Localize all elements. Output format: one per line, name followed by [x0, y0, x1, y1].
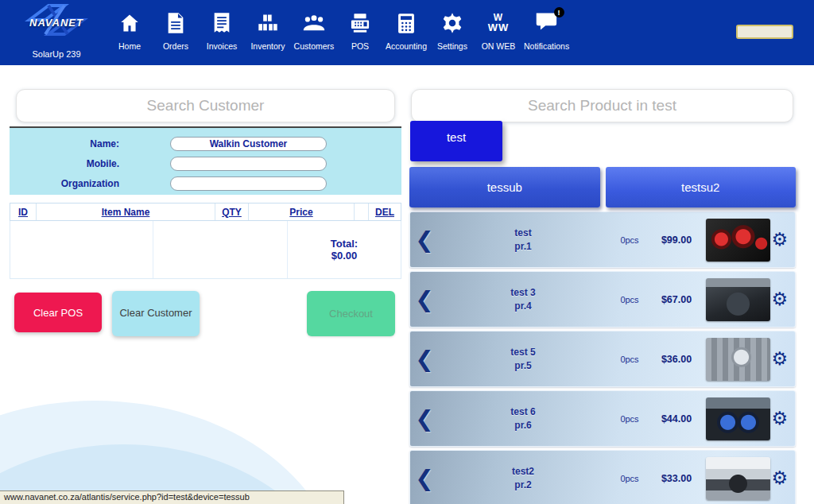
- col-header-del: DEL: [369, 204, 401, 220]
- product-qty: 0pcs: [607, 414, 652, 424]
- notification-badge: !: [554, 7, 564, 17]
- cash-register-icon: [349, 6, 371, 41]
- nav-orders[interactable]: Orders: [153, 6, 199, 51]
- gear-icon[interactable]: ⚙: [771, 348, 788, 370]
- product-code: pr.1: [439, 240, 607, 253]
- product-row[interactable]: ❮ test2 pr.2 0pcs $33.00 ⚙: [409, 450, 796, 504]
- product-row[interactable]: ❮ test 6 pr.6 0pcs $44.00 ⚙: [409, 390, 796, 447]
- nav-label: Settings: [437, 41, 467, 51]
- product-image: [706, 219, 770, 262]
- nav-settings[interactable]: Settings: [429, 6, 475, 51]
- cart-total: Total: $0.00: [287, 221, 401, 278]
- product-code: pr.2: [439, 479, 607, 491]
- nav-customers[interactable]: Customers: [291, 6, 337, 51]
- product-price: $99.00: [652, 235, 701, 246]
- chevron-left-icon[interactable]: ❮: [410, 467, 439, 490]
- product-qty: 0pcs: [607, 295, 652, 304]
- chevron-left-icon[interactable]: ❮: [410, 289, 439, 311]
- product-name: test pr.1: [439, 227, 607, 252]
- brand-subtitle: SolarUp 239: [11, 49, 102, 59]
- people-icon: [302, 6, 326, 41]
- chevron-left-icon[interactable]: ❮: [410, 348, 439, 370]
- nav-home[interactable]: Home: [107, 6, 153, 51]
- total-label: Total:: [331, 238, 358, 250]
- cart-header-row: ID Item Name QTY Price DEL: [10, 203, 401, 221]
- checkout-button[interactable]: Checkout: [307, 291, 395, 336]
- gear-icon[interactable]: ⚙: [771, 289, 788, 310]
- nav-label: Invoices: [207, 41, 238, 51]
- product-title: test2: [439, 465, 607, 478]
- topbar-search-input[interactable]: [736, 25, 793, 39]
- receipt-icon: [211, 6, 232, 41]
- nav-on-web[interactable]: WWW ON WEB: [475, 6, 521, 51]
- product-title: test 3: [439, 286, 607, 299]
- total-value: $0.00: [331, 250, 358, 262]
- product-image: [706, 397, 770, 440]
- product-price: $33.00: [652, 473, 701, 484]
- chevron-left-icon[interactable]: ❮: [410, 229, 439, 251]
- search-customer-input[interactable]: [16, 89, 395, 122]
- document-icon: [165, 6, 186, 41]
- top-navigation-bar: NAVANET SolarUp 239 Home Orders Invoices: [0, 0, 814, 65]
- gear-icon[interactable]: ⚙: [771, 229, 788, 250]
- product-code: pr.5: [439, 359, 607, 372]
- col-header-price: Price: [249, 204, 355, 220]
- gear-icon[interactable]: ⚙: [771, 467, 788, 489]
- store-tab-test[interactable]: test: [410, 121, 502, 161]
- nav-label: Orders: [163, 41, 188, 51]
- nav-label: Accounting: [386, 41, 427, 51]
- nav-invoices[interactable]: Invoices: [199, 6, 245, 51]
- product-title: test: [439, 227, 607, 239]
- gear-icon[interactable]: ⚙: [771, 408, 788, 429]
- col-header-item-name: Item Name: [37, 204, 215, 220]
- nav-label: Notifications: [524, 41, 569, 51]
- main-nav: Home Orders Invoices Inventory Customers: [107, 6, 572, 51]
- product-image: [706, 278, 770, 321]
- gear-icon: [440, 6, 464, 41]
- nav-pos[interactable]: POS: [337, 6, 383, 51]
- product-qty: 0pcs: [607, 355, 652, 364]
- cart-table: ID Item Name QTY Price DEL Total: $0.00: [10, 203, 401, 279]
- product-name: test 5 pr.5: [439, 346, 607, 371]
- product-price: $36.00: [652, 354, 701, 365]
- customer-name-input[interactable]: [170, 137, 327, 151]
- nav-label: Customers: [294, 41, 335, 51]
- product-image: [706, 338, 770, 381]
- category-testsu2-button[interactable]: testsu2: [606, 167, 797, 207]
- nav-accounting[interactable]: Accounting: [383, 6, 429, 51]
- search-product-input[interactable]: [411, 89, 793, 122]
- nav-notifications[interactable]: ! Notifications: [521, 6, 572, 51]
- product-list: ❮ test pr.1 0pcs $99.00 ⚙ ❮ test 3 pr.4 …: [409, 211, 796, 504]
- nav-label: ON WEB: [482, 41, 516, 51]
- customer-panel: Name: Mobile. Organization: [10, 126, 401, 195]
- chat-alert-icon: !: [535, 6, 559, 41]
- product-code: pr.6: [439, 419, 607, 432]
- nav-inventory[interactable]: Inventory: [245, 6, 291, 51]
- category-tessub-button[interactable]: tessub: [409, 167, 600, 207]
- brand-name: NAVANET: [11, 17, 102, 29]
- nav-label: Home: [118, 41, 141, 51]
- product-qty: 0pcs: [607, 235, 652, 245]
- clear-customer-button[interactable]: Clear Customer: [112, 291, 200, 336]
- product-image: [706, 457, 770, 500]
- customer-name-label: Name:: [10, 138, 119, 149]
- nav-label: Inventory: [250, 41, 285, 51]
- nav-label: POS: [351, 41, 369, 51]
- chevron-left-icon[interactable]: ❮: [410, 408, 439, 430]
- clear-pos-button[interactable]: Clear POS: [14, 293, 102, 332]
- product-row[interactable]: ❮ test pr.1 0pcs $99.00 ⚙: [409, 211, 796, 268]
- product-row[interactable]: ❮ test 3 pr.4 0pcs $67.00 ⚙: [409, 271, 796, 328]
- product-price: $44.00: [652, 413, 701, 425]
- product-row[interactable]: ❮ test 5 pr.5 0pcs $36.00 ⚙: [409, 331, 796, 387]
- category-row: tessub testsu2: [409, 167, 796, 207]
- home-icon: [118, 6, 141, 41]
- product-code: pr.4: [439, 300, 607, 312]
- cart-items-empty-area: [10, 221, 153, 278]
- product-name: test2 pr.2: [439, 465, 607, 490]
- customer-mobile-input[interactable]: [170, 157, 327, 171]
- customer-organization-input[interactable]: [170, 176, 327, 191]
- calculator-icon: [396, 6, 417, 41]
- boxes-icon: [257, 6, 279, 41]
- customer-mobile-label: Mobile.: [10, 158, 119, 169]
- brand-block[interactable]: NAVANET SolarUp 239: [11, 3, 102, 64]
